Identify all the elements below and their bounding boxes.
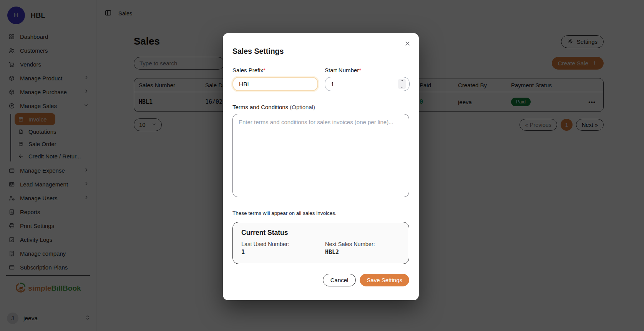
required-asterisk: * bbox=[263, 67, 266, 73]
current-status-title: Current Status bbox=[241, 229, 400, 237]
start-number-input[interactable] bbox=[325, 77, 410, 91]
number-stepper[interactable] bbox=[398, 79, 406, 89]
terms-optional-label: (Optional) bbox=[290, 104, 315, 110]
sales-prefix-input[interactable] bbox=[232, 77, 318, 91]
start-number-label: Start Number* bbox=[325, 67, 410, 73]
current-status-card: Current Status Last Used Number: 1 Next … bbox=[232, 222, 409, 264]
terms-help-text: These terms will appear on all sales inv… bbox=[232, 210, 409, 216]
chevron-down-sm-icon bbox=[400, 86, 404, 90]
last-used-value: 1 bbox=[241, 249, 325, 256]
terms-label: Terms and Conditions (Optional) bbox=[232, 104, 409, 110]
chevron-up-icon bbox=[400, 77, 404, 84]
last-used-label: Last Used Number: bbox=[241, 241, 325, 247]
chevron-up-sm-icon bbox=[400, 79, 404, 82]
close-button[interactable] bbox=[403, 40, 412, 48]
sales-settings-modal: Sales Settings Sales Prefix* Start Numbe… bbox=[223, 33, 419, 300]
save-settings-button[interactable]: Save Settings bbox=[360, 274, 409, 286]
close-icon bbox=[404, 40, 411, 48]
chevron-down-icon bbox=[400, 84, 404, 91]
next-sales-value: HBL2 bbox=[325, 249, 400, 256]
sales-prefix-label: Sales Prefix* bbox=[232, 67, 318, 73]
close-icon bbox=[404, 40, 411, 47]
required-asterisk: * bbox=[359, 67, 361, 73]
cancel-button[interactable]: Cancel bbox=[323, 274, 356, 286]
modal-title: Sales Settings bbox=[232, 47, 409, 56]
next-sales-label: Next Sales Number: bbox=[325, 241, 400, 247]
terms-textarea[interactable] bbox=[232, 114, 409, 197]
